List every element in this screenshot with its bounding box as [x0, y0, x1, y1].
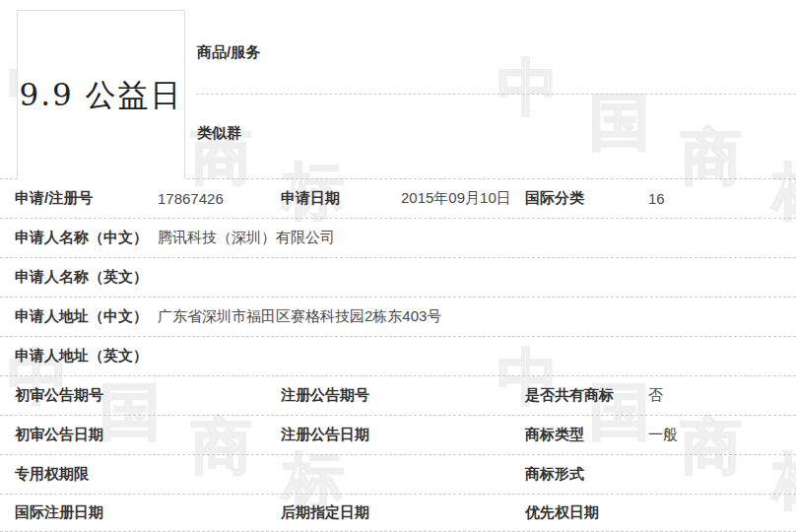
field-label: 是否共有商标: [525, 376, 614, 415]
field-label: 注册公告日期: [281, 416, 369, 454]
row-applicant-name-en: 申请人名称（英文）: [0, 258, 796, 298]
row-first-gazette-date: 初审公告日期 注册公告日期 商标类型 一般: [0, 416, 796, 455]
row-international-registration-date: 国际注册日期 后期指定日期 优先权日期: [0, 495, 796, 532]
field-label: 初审公告期号: [15, 376, 103, 415]
field-label: 注册公告期号: [281, 376, 369, 415]
field-label: 申请人地址（英文）: [15, 337, 148, 375]
field-label: 国际注册日期: [15, 495, 103, 531]
trademark-name-text: 9.9 公益日: [19, 75, 182, 116]
row-applicant-address-en: 申请人地址（英文）: [0, 337, 796, 376]
field-value: 广东省深圳市福田区赛格科技园2栋东403号: [158, 298, 441, 336]
field-value: 16: [648, 179, 665, 218]
field-label: 后期指定日期: [281, 495, 369, 531]
field-value: 腾讯科技（深圳）有限公司: [158, 219, 335, 257]
row-applicant-address-cn: 申请人地址（中文） 广东省深圳市福田区赛格科技园2栋东403号: [0, 298, 796, 337]
trademark-header-section: 9.9 公益日 商品/服务 类似群: [0, 0, 796, 179]
content-area: 9.9 公益日 商品/服务 类似群 申请/注册号 17867426 申请日期 2…: [0, 0, 796, 532]
field-value: 2015年09月10日: [401, 179, 511, 218]
field-label: 商标形式: [525, 455, 584, 494]
field-label: 优先权日期: [525, 495, 599, 531]
field-label: 申请/注册号: [15, 179, 93, 218]
row-first-gazette-number: 初审公告期号 注册公告期号 是否共有商标 否: [0, 376, 796, 416]
similar-group-label: 类似群: [197, 124, 241, 143]
row-exclusive-right-period: 专用权期限 商标形式: [0, 455, 796, 495]
field-label: 专用权期限: [15, 455, 89, 494]
trademark-image-box: 9.9 公益日: [17, 10, 185, 179]
row-applicant-name-cn: 申请人名称（中文） 腾讯科技（深圳）有限公司: [0, 219, 796, 258]
field-label: 申请日期: [281, 179, 340, 218]
field-label: 初审公告日期: [15, 416, 103, 454]
goods-similar-divider: [196, 94, 796, 95]
row-registration-number: 申请/注册号 17867426 申请日期 2015年09月10日 国际分类 16: [0, 179, 796, 219]
field-label: 商标类型: [525, 416, 584, 454]
goods-services-label: 商品/服务: [197, 43, 260, 62]
field-label: 申请人地址（中文）: [15, 298, 148, 336]
field-label: 申请人名称（英文）: [15, 258, 148, 297]
field-label: 国际分类: [525, 179, 584, 218]
trademark-detail-page: 中国商标中国商标中国商标中国商标 9.9 公益日 商品/服务 类似群 申请/注册…: [0, 0, 796, 532]
field-value: 否: [648, 376, 663, 415]
field-label: 申请人名称（中文）: [15, 219, 148, 257]
field-value: 一般: [648, 416, 678, 454]
field-value: 17867426: [158, 179, 224, 218]
